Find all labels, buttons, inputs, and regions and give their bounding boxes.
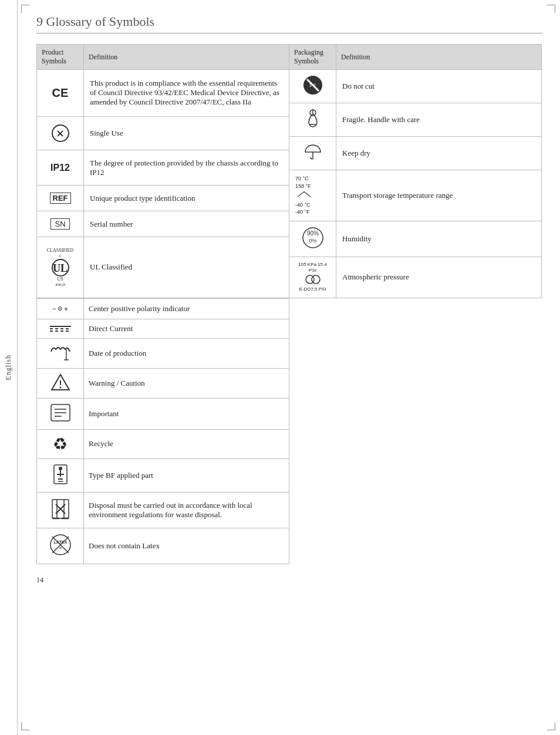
definition-cell-recycle: Recycle (84, 429, 289, 458)
definition-cell-humidity: Humidity (336, 221, 542, 257)
svg-point-13 (312, 275, 320, 284)
symbol-cell-ip12: IP12 (37, 150, 84, 186)
symbol-cell-humidity: 90% 0% (289, 221, 336, 257)
header-definition-left: Definition (84, 45, 289, 70)
temp-range-label-top2: 158 °F (295, 183, 330, 190)
svg-text:0%: 0% (309, 238, 316, 244)
definition-cell-ref: Unique product type identification (84, 186, 289, 211)
definition-cell-ce: This product is in compliance with the e… (84, 70, 289, 117)
date-icon (50, 343, 71, 361)
typebf-icon (52, 464, 69, 485)
keep-dry-text: Keep dry (342, 149, 370, 157)
symbol-cell-keep-dry: · · · (289, 137, 336, 170)
temp-range-icon (295, 190, 313, 199)
symbol-cell-dc (37, 319, 84, 338)
symbol-cell-latex: LATEX ✕ (37, 528, 84, 564)
ce-definition-text: This product is in compliance with the e… (90, 79, 279, 106)
important-text: Important (89, 409, 119, 418)
definition-cell-ul: UL Classified (84, 237, 289, 298)
definition-cell-no-cut: Do not cut (336, 70, 542, 103)
bottom-table: －⊙＋ Center positive polarity indicator D… (36, 298, 289, 564)
table-row: REF Unique product type identification (37, 186, 289, 211)
definition-cell-fragile: Fragile. Handle with care (336, 103, 542, 137)
temp-range-label-bot: -40 °C (295, 201, 330, 209)
warning-icon (50, 373, 70, 391)
symbol-cell-ce: CE (37, 70, 84, 117)
svg-text:90%: 90% (306, 230, 318, 237)
latex-icon: LATEX ✕ (49, 533, 72, 557)
table-row: Warning / Caution (37, 368, 289, 398)
date-text: Date of production (89, 349, 146, 358)
svg-point-18 (59, 386, 61, 388)
svg-text:✕: ✕ (59, 546, 62, 550)
atmospheric-text: Atmospheric pressure (342, 272, 409, 281)
temp-range-text: Transport storage temperature range (342, 191, 453, 200)
main-content: 9 Glossary of Symbols Product Symbols De… (22, 0, 560, 608)
table-row: Fragile. Handle with care (289, 103, 542, 137)
table-row: SN Serial number (37, 211, 289, 237)
table-row: ✂ Do not cut (289, 70, 542, 103)
table-row: CE This product is in compliance with th… (37, 70, 289, 117)
humidity-icon: 90% 0% (301, 226, 325, 250)
center-polarity-text: Center positive polarity indicator (89, 304, 190, 313)
table-row: －⊙＋ Center positive polarity indicator (37, 298, 289, 319)
fragile-text: Fragile. Handle with care (342, 115, 420, 124)
latex-text: Does not contain Latex (89, 541, 160, 550)
temp-range-label-bot2: -40 °F (295, 208, 330, 216)
table-row: Disposal must be carried out in accordan… (37, 492, 289, 528)
page-number: 14 (36, 576, 542, 585)
definition-cell-single-use: Single Use (84, 116, 289, 150)
symbol-cell-ul: CLASSIFIED c UL US 4NG8 (37, 237, 84, 298)
corner-mark-tr (547, 5, 555, 13)
recycle-text: Recycle (89, 439, 113, 448)
definition-cell-temp: Transport storage temperature range (336, 170, 542, 221)
table-row: Type BF applied part (37, 458, 289, 492)
symbol-cell-atmospheric: 105 KPa 15.4 PSI E-DO7.5 PSI (289, 257, 336, 298)
table-row: CLASSIFIED c UL US 4NG8 UL Classified (37, 237, 289, 298)
svg-point-24 (59, 467, 62, 470)
important-icon (50, 403, 71, 422)
table-row: 70 °C 158 °F -40 °C -40 °F Transport sto… (289, 170, 542, 221)
definition-cell-disposal: Disposal must be carried out in accordan… (84, 492, 289, 528)
definition-cell-typebf: Type BF applied part (84, 458, 289, 492)
symbol-cell-typebf (37, 458, 84, 492)
corner-mark-bl (21, 722, 29, 730)
svg-text:·: · (320, 142, 321, 147)
right-table: Packaging Symbols Definition ✂ Do (289, 44, 542, 298)
table-row: 90% 0% Humidity (289, 221, 542, 257)
humidity-text: Humidity (342, 234, 372, 243)
no-cut-icon: ✂ (302, 75, 323, 96)
header-product-symbols: Product Symbols (37, 45, 84, 70)
ref-icon: REF (50, 193, 71, 204)
definition-cell-warning: Warning / Caution (84, 368, 289, 398)
ip12-text: The degree of protection provided by the… (90, 159, 278, 177)
recycle-icon: ♻ (53, 435, 68, 453)
ul-icon: CLASSIFIED c UL US 4NG8 (43, 248, 77, 287)
disposal-icon (50, 497, 71, 521)
warning-text: Warning / Caution (89, 379, 145, 387)
header-definition-right: Definition (336, 45, 542, 70)
symbol-cell-ref: REF (37, 186, 84, 211)
ul-definition-text: UL Classified (90, 262, 132, 271)
table-row: · · · Keep dry (289, 137, 542, 170)
symbol-cell-single-use: ✕ (37, 116, 84, 150)
center-polarity-icon: －⊙＋ (50, 304, 70, 313)
no-cut-text: Do not cut (342, 82, 375, 90)
single-use-text: Single Use (90, 129, 123, 137)
corner-mark-tl (21, 5, 29, 13)
symbol-cell-temp: 70 °C 158 °F -40 °C -40 °F (289, 170, 336, 221)
definition-cell-sn: Serial number (84, 211, 289, 237)
keep-dry-icon: · · · (302, 141, 323, 163)
ce-icon: CE (52, 86, 69, 99)
typebf-text: Type BF applied part (89, 471, 153, 480)
disposal-text: Disposal must be carried out in accordan… (89, 501, 252, 519)
sn-icon: SN (50, 218, 69, 230)
symbol-cell-fragile (289, 103, 336, 137)
main-table-wrapper: Product Symbols Definition CE This produ… (36, 44, 542, 298)
atmospheric-icon: 105 KPa 15.4 PSI E-DO7.5 PSI (295, 262, 330, 293)
table-row: Date of production (37, 338, 289, 368)
definition-cell-ip12: The degree of protection provided by the… (84, 150, 289, 186)
temp-range-label-top: 70 °C (295, 175, 330, 183)
single-use-icon: ✕ (52, 124, 69, 142)
table-row: 105 KPa 15.4 PSI E-DO7.5 PSI Atmospheric… (289, 257, 542, 298)
